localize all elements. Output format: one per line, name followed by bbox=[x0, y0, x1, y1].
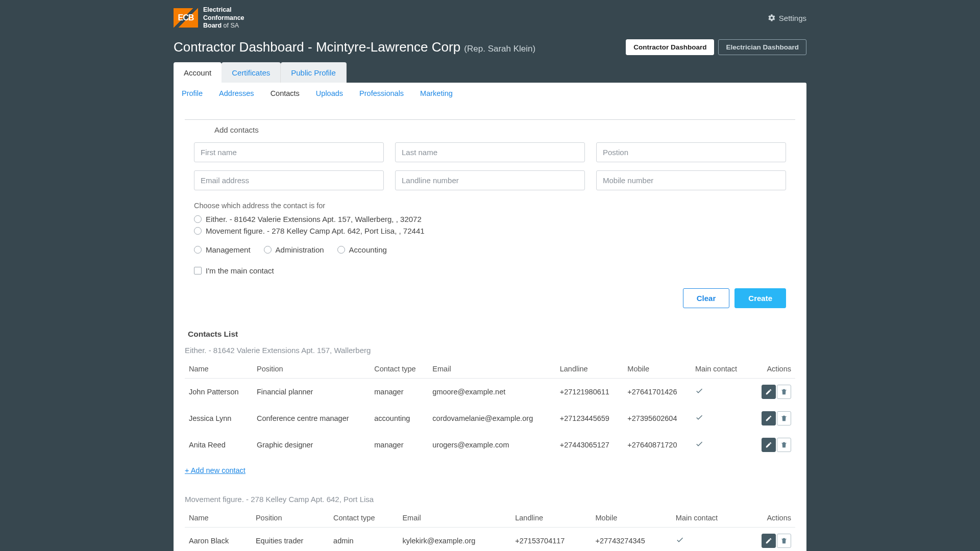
edit-button[interactable] bbox=[762, 411, 776, 425]
tab-public-profile[interactable]: Public Profile bbox=[281, 62, 347, 83]
cell-actions bbox=[741, 527, 795, 551]
col-landline: Landline bbox=[556, 360, 624, 379]
trash-icon bbox=[780, 441, 788, 448]
tab-certificates[interactable]: Certificates bbox=[222, 62, 281, 83]
radio-icon bbox=[194, 215, 202, 223]
table-row: Jessica LynnConference centre manageracc… bbox=[185, 405, 795, 432]
address-radio-1[interactable]: Movement figure. - 278 Kelley Camp Apt. … bbox=[194, 227, 786, 235]
settings-label: Settings bbox=[779, 14, 806, 22]
col-actions: Actions bbox=[750, 360, 795, 379]
cell-landline: +27121980611 bbox=[556, 378, 624, 405]
rep-name: (Rep. Sarah Klein) bbox=[464, 44, 535, 54]
table-row: Anita ReedGraphic designermanagerurogers… bbox=[185, 432, 795, 458]
radio-icon bbox=[337, 246, 345, 254]
table-row: Aaron BlackEquities traderadminkylekirk@… bbox=[185, 527, 795, 551]
cell-main-contact bbox=[691, 378, 750, 405]
radio-icon bbox=[194, 246, 202, 254]
cell-landline: +27123445659 bbox=[556, 405, 624, 432]
clear-button[interactable]: Clear bbox=[683, 288, 730, 308]
cell-mobile: +27640871720 bbox=[623, 432, 691, 458]
add-contacts-fieldset: Add contacts Choose which address the co… bbox=[185, 114, 795, 317]
cell-email: gmoore@example.net bbox=[428, 378, 555, 405]
create-button[interactable]: Create bbox=[734, 288, 786, 308]
col-landline: Landline bbox=[511, 509, 591, 528]
cell-contact_type: manager bbox=[370, 378, 428, 405]
role-radio-management[interactable]: Management bbox=[194, 245, 251, 254]
role-radio-administration[interactable]: Administration bbox=[264, 245, 324, 254]
cell-main-contact bbox=[691, 432, 750, 458]
contacts-table: NamePositionContact typeEmailLandlineMob… bbox=[185, 360, 795, 458]
col-actions: Actions bbox=[741, 509, 795, 528]
cell-name: John Patterson bbox=[185, 378, 253, 405]
role-label: Management bbox=[206, 245, 251, 254]
edit-button[interactable] bbox=[762, 534, 776, 548]
mobile-input[interactable] bbox=[596, 170, 786, 190]
pencil-icon bbox=[765, 537, 772, 544]
cell-position: Conference centre manager bbox=[253, 405, 370, 432]
subtab-addresses[interactable]: Addresses bbox=[211, 83, 262, 104]
address-group-heading: Movement figure. - 278 Kelley Camp Apt. … bbox=[185, 495, 795, 504]
cell-landline: +27443065127 bbox=[556, 432, 624, 458]
cell-mobile: +27743274345 bbox=[592, 527, 672, 551]
position-input[interactable] bbox=[596, 142, 786, 162]
pencil-icon bbox=[765, 415, 772, 422]
check-icon bbox=[695, 415, 703, 423]
cell-position: Equities trader bbox=[252, 527, 329, 551]
cell-email: cordovamelanie@example.org bbox=[428, 405, 555, 432]
delete-button[interactable] bbox=[777, 438, 791, 452]
cell-landline: +27153704117 bbox=[511, 527, 591, 551]
subtab-profile[interactable]: Profile bbox=[174, 83, 211, 104]
address-radio-0[interactable]: Either. - 81642 Valerie Extensions Apt. … bbox=[194, 215, 786, 223]
cell-email: urogers@example.com bbox=[428, 432, 555, 458]
delete-button[interactable] bbox=[777, 411, 791, 425]
subtab-marketing[interactable]: Marketing bbox=[412, 83, 461, 104]
last-name-input[interactable] bbox=[395, 142, 585, 162]
settings-link[interactable]: Settings bbox=[768, 14, 806, 22]
page-title: Contractor Dashboard - Mcintyre-Lawrence… bbox=[174, 39, 535, 55]
col-position: Position bbox=[252, 509, 329, 528]
role-radio-accounting[interactable]: Accounting bbox=[337, 245, 387, 254]
edit-button[interactable] bbox=[762, 385, 776, 399]
delete-button[interactable] bbox=[777, 534, 791, 548]
brand-text: Electrical Conformance Board of SA bbox=[203, 6, 244, 30]
first-name-input[interactable] bbox=[194, 142, 384, 162]
pencil-icon bbox=[765, 441, 772, 448]
check-icon bbox=[676, 537, 684, 545]
main-contact-label: I'm the main contact bbox=[206, 266, 274, 275]
gear-icon bbox=[768, 14, 776, 22]
cell-contact_type: admin bbox=[329, 527, 398, 551]
subtab-professionals[interactable]: Professionals bbox=[351, 83, 412, 104]
col-position: Position bbox=[253, 360, 370, 379]
pencil-icon bbox=[765, 388, 772, 395]
contacts-table: NamePositionContact typeEmailLandlineMob… bbox=[185, 509, 795, 551]
cell-name: Aaron Black bbox=[185, 527, 252, 551]
email-input[interactable] bbox=[194, 170, 384, 190]
landline-input[interactable] bbox=[395, 170, 585, 190]
col-mobile: Mobile bbox=[592, 509, 672, 528]
main-contact-checkbox[interactable]: I'm the main contact bbox=[194, 266, 786, 275]
col-email: Email bbox=[398, 509, 511, 528]
subtab-contacts[interactable]: Contacts bbox=[262, 83, 308, 104]
trash-icon bbox=[780, 415, 788, 422]
delete-button[interactable] bbox=[777, 385, 791, 399]
col-email: Email bbox=[428, 360, 555, 379]
address-helper-text: Choose which address the contact is for bbox=[194, 202, 786, 210]
cell-actions bbox=[750, 405, 795, 432]
electrician-dashboard-button[interactable]: Electrician Dashboard bbox=[718, 39, 806, 55]
trash-icon bbox=[780, 537, 788, 544]
col-name: Name bbox=[185, 360, 253, 379]
edit-button[interactable] bbox=[762, 438, 776, 452]
subtab-uploads[interactable]: Uploads bbox=[308, 83, 351, 104]
contractor-dashboard-button[interactable]: Contractor Dashboard bbox=[626, 39, 714, 55]
brand-logo: ECB Electrical Conformance Board of SA bbox=[174, 6, 244, 30]
cell-actions bbox=[750, 432, 795, 458]
cell-mobile: +27395602604 bbox=[623, 405, 691, 432]
col-main_contact: Main contact bbox=[672, 509, 742, 528]
add-new-contact-link[interactable]: + Add new contact bbox=[185, 466, 246, 474]
radio-icon bbox=[194, 227, 202, 235]
brand-mark-icon: ECB bbox=[174, 8, 198, 28]
cell-mobile: +27641701426 bbox=[623, 378, 691, 405]
radio-icon bbox=[264, 246, 272, 254]
contacts-list-title: Contacts List bbox=[185, 330, 795, 339]
tab-account[interactable]: Account bbox=[174, 62, 222, 83]
